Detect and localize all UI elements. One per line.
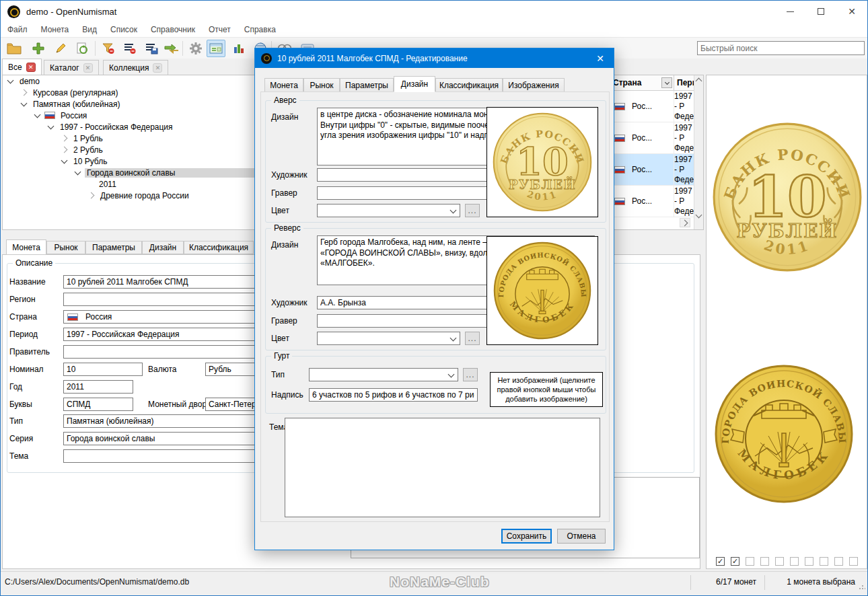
tab-catalog[interactable]: Каталог ✕ [44,60,99,75]
menu-report[interactable]: Отчет [202,22,238,37]
dialog-close-button[interactable]: ✕ [587,48,614,68]
year-field[interactable] [63,380,133,394]
tab-close-icon[interactable]: ✕ [26,63,36,72]
tree-item-2011[interactable]: 2011 [3,178,262,190]
table-vertical-scrollbar[interactable] [694,75,703,229]
edge-type-combo[interactable] [309,368,458,381]
tab-close-icon[interactable]: ✕ [83,63,93,73]
obverse-color-more-button[interactable]: ... [465,204,480,217]
image-slot-checkbox[interactable]: ✓ [716,557,725,566]
tree-item-commemorative[interactable]: Памятная (юбилейная) [3,98,262,110]
image-slot-checkbox[interactable]: ✓ [731,557,739,566]
dialog-subject-field[interactable] [285,418,600,517]
form-tab-market[interactable]: Рынок [46,241,85,254]
dialog-tab-design[interactable]: Дизайн [394,76,435,92]
tree-item-demo[interactable]: demo [3,75,262,87]
coin-obverse-image[interactable]: БАНК РОССИИ 10 РУБЛЕЙ 2011 [711,121,863,273]
image-slot-checkbox[interactable] [775,557,784,566]
open-collection-button[interactable] [5,40,24,57]
tree-item-russia[interactable]: Россия [3,110,262,121]
statistics-button[interactable] [229,40,248,57]
chevron-down-icon[interactable] [48,122,55,129]
image-slot-checkbox[interactable] [834,557,843,566]
edge-type-more-button[interactable]: ... [463,368,478,381]
chevron-right-icon[interactable] [21,89,28,96]
image-slot-checkbox[interactable] [849,557,858,566]
menu-view[interactable]: Вид [75,22,104,37]
reverse-color-more-button[interactable]: ... [465,332,480,345]
image-slot-checkbox[interactable] [746,557,754,566]
field-label-period: Период [9,328,38,341]
tree-item-series-cities[interactable]: Города воинской славы [3,167,262,178]
menu-coin[interactable]: Монета [34,22,76,37]
column-header-country[interactable]: Страна [610,75,674,91]
menu-file[interactable]: Файл [1,22,34,37]
scroll-down-icon[interactable] [696,212,702,219]
obverse-color-combo[interactable] [317,204,460,217]
form-tab-coin[interactable]: Монета [6,239,46,255]
reverse-thumbnail[interactable]: ГОРОДА ВОИНСКОЙ СЛАВЫ МАЛГОБЕК [486,236,598,345]
form-tab-classification[interactable]: Классификация [184,241,254,254]
export-button[interactable] [162,40,181,57]
coin-reverse-image[interactable]: ГОРОДА ВОИНСКОЙ СЛАВЫ МАЛГОБЕК [713,363,855,505]
edge-image-placeholder[interactable]: Нет изображений (щелкните правой кнопкой… [490,372,603,407]
chevron-right-icon[interactable] [88,192,95,199]
save-list-button[interactable] [142,40,161,57]
tree-item-ancient-cities[interactable]: Древние города России [3,190,262,201]
reverse-color-combo[interactable] [317,332,460,345]
chevron-down-icon[interactable] [7,77,14,83]
clear-filter-button[interactable] [99,40,118,57]
tab-collection[interactable]: Коллекция ✕ [103,60,168,75]
tab-close-icon[interactable]: ✕ [153,63,162,73]
image-slot-checkbox[interactable] [805,557,813,566]
menu-list[interactable]: Список [104,22,144,37]
tree-item-regular[interactable]: Курсовая (регулярная) [3,87,262,98]
image-slot-checkbox[interactable] [820,557,828,566]
resize-grip[interactable] [859,583,865,590]
image-slot-checkbox[interactable] [760,557,769,566]
menu-help[interactable]: Справка [238,22,283,37]
dialog-tab-coin[interactable]: Монета [264,78,303,92]
form-tab-design[interactable]: Дизайн [142,241,184,254]
close-button[interactable]: ✕ [836,1,867,22]
dialog-tab-classification[interactable]: Классификация [435,78,503,92]
obverse-thumbnail[interactable]: БАНК РОССИИ 10 РУБЛЕЙ 2011 [486,107,598,217]
add-coin-button[interactable] [29,40,48,57]
dialog-tab-market[interactable]: Рынок [303,78,340,92]
dialog-tab-images[interactable]: Изображения [503,78,565,92]
tree-item-period[interactable]: 1997 - Российская Федерация [3,121,262,133]
refresh-page-button[interactable] [73,40,92,57]
maximize-button[interactable] [805,1,836,22]
chevron-down-icon[interactable] [75,168,81,175]
value-field[interactable] [63,363,143,376]
mintmark-field[interactable] [63,398,133,411]
image-slot-checkbox[interactable] [790,557,799,566]
edge-inscription-field[interactable] [309,388,478,402]
menu-reference[interactable]: Справочник [144,22,202,37]
chevron-right-icon[interactable] [61,135,68,142]
form-tab-parameters[interactable]: Параметры [85,241,142,254]
save-button[interactable]: Сохранить [501,529,552,544]
edit-coin-button[interactable] [51,40,70,57]
column-header-period[interactable]: Перио [674,75,694,91]
dialog-tab-parameters[interactable]: Параметры [340,78,394,92]
scroll-up-icon[interactable] [696,78,702,85]
chevron-down-icon[interactable] [61,157,68,163]
chevron-down-icon[interactable] [21,100,28,106]
tab-all[interactable]: Все ✕ [2,59,42,75]
cancel-button[interactable]: Отмена [557,529,606,544]
table-scroll-right-button[interactable] [680,218,690,227]
chevron-down-icon[interactable] [34,111,41,118]
chevron-right-icon[interactable] [61,147,68,153]
tree-item-10-ruble[interactable]: 10 Рубль [3,155,262,167]
dialog-titlebar: 10 рублей 2011 Малгобек СПМД - Редактиро… [255,48,614,68]
tree-item-1-ruble[interactable]: 1 Рубль [3,133,262,144]
clear-sort-button[interactable] [120,40,139,57]
settings-button[interactable] [186,40,205,57]
tree-item-2-ruble[interactable]: 2 Рубль [3,144,262,155]
search-input[interactable] [697,41,865,55]
group-title: Описание [13,258,55,268]
column-filter-button[interactable] [661,77,672,88]
info-panel-toggle[interactable] [207,40,225,57]
minimize-button[interactable] [774,1,805,22]
